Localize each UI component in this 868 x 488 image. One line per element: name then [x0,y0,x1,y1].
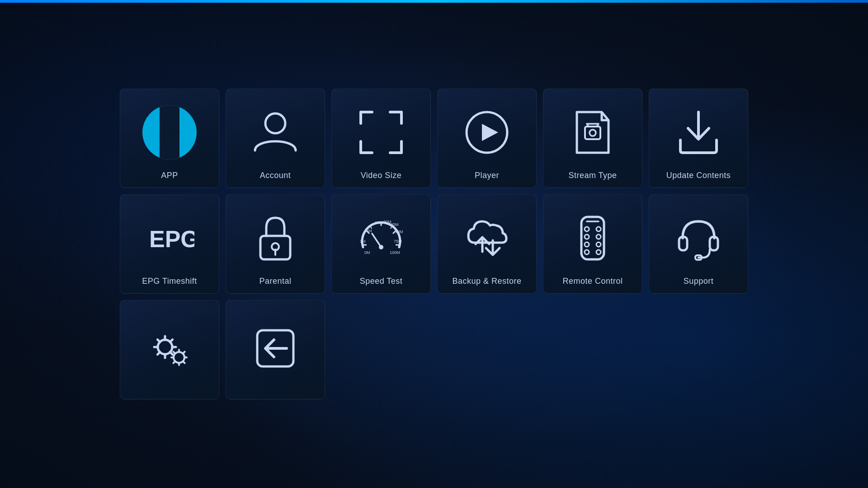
tile-app-label: APP [161,171,178,180]
svg-point-33 [585,235,589,239]
svg-text:20M: 20M [383,220,392,224]
player-icon [442,98,532,166]
tile-epg-timeshift-label: EPG Timeshift [142,277,197,286]
svg-text:10M: 10M [375,221,383,225]
svg-text:50M: 50M [395,230,403,234]
tile-remote-control[interactable]: Remote Control [543,194,642,294]
account-icon [231,98,320,166]
tile-empty-4 [649,300,748,399]
svg-line-50 [170,339,173,342]
tile-settings[interactable] [120,300,219,399]
svg-point-38 [596,250,601,254]
tile-exit[interactable] [226,300,325,399]
svg-point-34 [596,235,601,239]
exit-icon [231,310,320,387]
settings-grid: APP Account Video Size [102,70,766,418]
update-contents-icon [654,98,743,166]
tile-backup-restore-label: Backup & Restore [452,277,521,286]
tile-remote-control-label: Remote Control [562,277,623,286]
support-icon [654,204,743,272]
svg-line-58 [183,361,185,363]
svg-text:30M: 30M [391,222,399,227]
stream-type-icon [548,98,637,166]
svg-rect-3 [585,127,600,139]
tile-update-contents-label: Update Contents [666,171,731,180]
tile-player-label: Player [475,171,499,180]
parental-icon [231,204,320,272]
tile-backup-restore[interactable]: Backup & Restore [437,194,537,294]
svg-text:5M: 5M [366,229,372,233]
backup-restore-icon [442,204,532,272]
svg-point-18 [379,245,383,249]
svg-line-17 [372,234,381,247]
tile-account[interactable]: Account [226,89,325,188]
svg-point-0 [265,113,285,133]
svg-text:100M: 100M [390,250,400,255]
tile-app[interactable]: APP [120,89,219,188]
svg-text:75M: 75M [394,239,402,244]
svg-line-51 [157,352,160,355]
tile-speed-test[interactable]: 0M 1M 5M 10M 20M 30M 50M 75M 100M Speed … [331,194,431,294]
tile-stream-type[interactable]: Stream Type [543,89,642,188]
epg-timeshift-icon: EPG [125,204,214,272]
svg-point-37 [585,250,589,254]
svg-point-35 [585,242,589,247]
tile-support-label: Support [684,277,714,286]
speed-test-icon: 0M 1M 5M 10M 20M 30M 50M 75M 100M [336,204,426,272]
svg-rect-7 [260,236,290,259]
tile-account-label: Account [260,171,291,180]
tile-epg-timeshift[interactable]: EPG EPG Timeshift [120,194,219,294]
tile-empty-3 [543,300,642,399]
svg-line-60 [173,361,175,363]
svg-point-31 [585,227,589,231]
app-icon [125,98,214,166]
svg-point-4 [590,130,596,136]
svg-point-32 [596,227,601,231]
svg-marker-2 [482,124,498,141]
remote-control-icon [548,204,637,272]
svg-text:1M: 1M [360,239,366,244]
video-size-icon [336,98,426,166]
tile-empty-2 [437,300,537,399]
tile-parental[interactable]: Parental [226,194,325,294]
tile-update-contents[interactable]: Update Contents [649,89,748,188]
tile-player[interactable]: Player [437,89,537,188]
svg-line-48 [157,339,160,342]
svg-text:0M: 0M [364,250,370,255]
tile-speed-test-label: Speed Test [360,277,403,286]
tile-empty-1 [331,300,431,399]
tile-video-size[interactable]: Video Size [331,89,431,188]
tile-stream-type-label: Stream Type [568,171,617,180]
settings-icon [125,310,214,387]
svg-text:EPG: EPG [149,226,194,252]
svg-line-57 [173,352,175,353]
tile-support[interactable]: Support [649,194,748,294]
svg-line-59 [183,352,185,353]
svg-line-49 [170,352,173,355]
tile-video-size-label: Video Size [361,171,402,180]
tile-parental-label: Parental [259,277,291,286]
svg-point-36 [596,242,601,247]
